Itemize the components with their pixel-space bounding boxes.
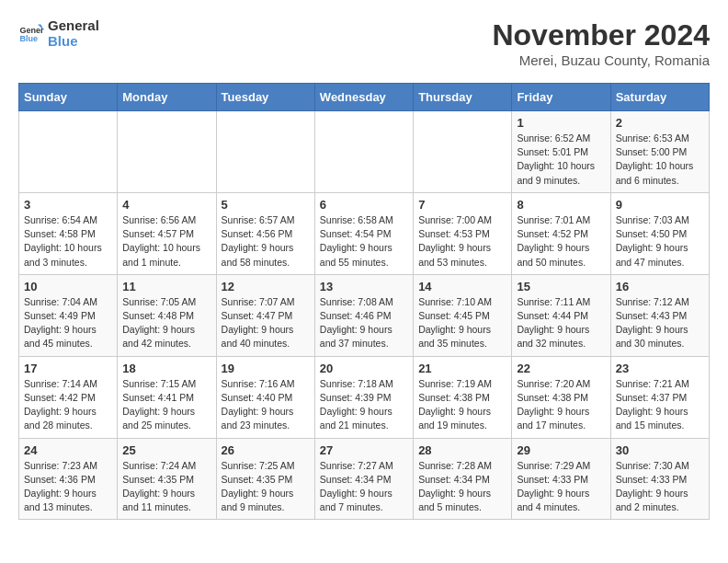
page-subtitle: Merei, Buzau County, Romania [492,52,710,68]
day-number: 25 [122,443,210,457]
day-info: Sunrise: 6:54 AM Sunset: 4:58 PM Dayligh… [24,213,112,270]
calendar-cell: 7Sunrise: 7:00 AM Sunset: 4:53 PM Daylig… [414,192,512,274]
day-number: 16 [616,280,704,293]
calendar-cell [216,111,314,193]
calendar-cell: 19Sunrise: 7:16 AM Sunset: 4:40 PM Dayli… [216,356,314,438]
logo-general-text: General [48,18,99,34]
day-info: Sunrise: 6:56 AM Sunset: 4:57 PM Dayligh… [122,213,210,270]
page-title: November 2024 [492,18,710,52]
day-info: Sunrise: 7:01 AM Sunset: 4:52 PM Dayligh… [517,213,605,270]
calendar-cell: 29Sunrise: 7:29 AM Sunset: 4:33 PM Dayli… [512,438,610,520]
day-info: Sunrise: 7:04 AM Sunset: 4:49 PM Dayligh… [24,295,112,351]
calendar-cell: 24Sunrise: 7:23 AM Sunset: 4:36 PM Dayli… [19,438,118,520]
day-info: Sunrise: 7:05 AM Sunset: 4:48 PM Dayligh… [122,295,210,351]
day-number: 21 [418,362,506,375]
day-number: 15 [517,280,605,293]
day-number: 8 [517,198,605,212]
svg-text:Blue: Blue [19,34,38,43]
calendar-cell: 3Sunrise: 6:54 AM Sunset: 4:58 PM Daylig… [19,192,118,274]
calendar-cell: 15Sunrise: 7:11 AM Sunset: 4:44 PM Dayli… [512,274,610,356]
calendar-cell: 25Sunrise: 7:24 AM Sunset: 4:35 PM Dayli… [118,438,216,520]
day-info: Sunrise: 6:58 AM Sunset: 4:54 PM Dayligh… [320,213,408,270]
logo: General Blue General Blue [18,18,99,49]
day-info: Sunrise: 7:27 AM Sunset: 4:34 PM Dayligh… [320,459,408,515]
day-number: 27 [320,443,408,457]
calendar-cell: 1Sunrise: 6:52 AM Sunset: 5:01 PM Daylig… [512,111,610,193]
calendar-cell: 18Sunrise: 7:15 AM Sunset: 4:41 PM Dayli… [118,356,216,438]
calendar-cell: 27Sunrise: 7:27 AM Sunset: 4:34 PM Dayli… [314,438,413,520]
calendar-cell [314,111,413,193]
day-number: 7 [418,198,506,212]
weekday-header-wednesday: Wednesday [314,84,413,111]
day-info: Sunrise: 7:07 AM Sunset: 4:47 PM Dayligh… [222,295,310,351]
day-info: Sunrise: 7:29 AM Sunset: 4:33 PM Dayligh… [517,459,605,515]
day-info: Sunrise: 6:52 AM Sunset: 5:01 PM Dayligh… [517,132,605,188]
calendar-cell: 16Sunrise: 7:12 AM Sunset: 4:43 PM Dayli… [610,274,709,356]
calendar-cell: 28Sunrise: 7:28 AM Sunset: 4:34 PM Dayli… [414,438,512,520]
day-number: 10 [24,280,112,293]
day-number: 3 [24,198,112,212]
day-info: Sunrise: 6:53 AM Sunset: 5:00 PM Dayligh… [616,132,704,188]
weekday-header-row: SundayMondayTuesdayWednesdayThursdayFrid… [19,84,710,111]
day-info: Sunrise: 7:24 AM Sunset: 4:35 PM Dayligh… [122,459,210,515]
day-number: 19 [222,362,310,375]
calendar-week-row: 3Sunrise: 6:54 AM Sunset: 4:58 PM Daylig… [19,192,710,274]
calendar-cell: 26Sunrise: 7:25 AM Sunset: 4:35 PM Dayli… [216,438,314,520]
day-info: Sunrise: 7:11 AM Sunset: 4:44 PM Dayligh… [517,295,605,351]
day-number: 12 [222,280,310,293]
day-info: Sunrise: 7:28 AM Sunset: 4:34 PM Dayligh… [418,459,506,515]
day-info: Sunrise: 7:16 AM Sunset: 4:40 PM Dayligh… [222,377,310,433]
day-number: 6 [320,198,408,212]
weekday-header-tuesday: Tuesday [216,84,314,111]
calendar-cell: 8Sunrise: 7:01 AM Sunset: 4:52 PM Daylig… [512,192,610,274]
calendar-cell: 10Sunrise: 7:04 AM Sunset: 4:49 PM Dayli… [19,274,118,356]
day-info: Sunrise: 7:19 AM Sunset: 4:38 PM Dayligh… [418,377,506,433]
day-number: 4 [122,198,210,212]
calendar-cell: 12Sunrise: 7:07 AM Sunset: 4:47 PM Dayli… [216,274,314,356]
day-number: 26 [222,443,310,457]
calendar-cell: 21Sunrise: 7:19 AM Sunset: 4:38 PM Dayli… [414,356,512,438]
day-number: 22 [517,362,605,375]
day-info: Sunrise: 7:15 AM Sunset: 4:41 PM Dayligh… [122,377,210,433]
day-number: 23 [616,362,704,375]
calendar-cell: 9Sunrise: 7:03 AM Sunset: 4:50 PM Daylig… [610,192,709,274]
calendar-cell: 20Sunrise: 7:18 AM Sunset: 4:39 PM Dayli… [314,356,413,438]
logo-icon: General Blue [18,21,44,47]
weekday-header-saturday: Saturday [610,84,709,111]
calendar-cell: 23Sunrise: 7:21 AM Sunset: 4:37 PM Dayli… [610,356,709,438]
calendar-week-row: 1Sunrise: 6:52 AM Sunset: 5:01 PM Daylig… [19,111,710,193]
title-block: November 2024 Merei, Buzau County, Roman… [492,18,710,68]
calendar-cell: 4Sunrise: 6:56 AM Sunset: 4:57 PM Daylig… [118,192,216,274]
day-number: 9 [616,198,704,212]
calendar-cell: 17Sunrise: 7:14 AM Sunset: 4:42 PM Dayli… [19,356,118,438]
day-info: Sunrise: 7:30 AM Sunset: 4:33 PM Dayligh… [616,459,704,515]
day-number: 11 [122,280,210,293]
day-number: 17 [24,362,112,375]
calendar-cell: 13Sunrise: 7:08 AM Sunset: 4:46 PM Dayli… [314,274,413,356]
day-number: 5 [222,198,310,212]
calendar-week-row: 10Sunrise: 7:04 AM Sunset: 4:49 PM Dayli… [19,274,710,356]
day-info: Sunrise: 7:00 AM Sunset: 4:53 PM Dayligh… [418,213,506,270]
calendar-cell: 6Sunrise: 6:58 AM Sunset: 4:54 PM Daylig… [314,192,413,274]
calendar-cell: 22Sunrise: 7:20 AM Sunset: 4:38 PM Dayli… [512,356,610,438]
calendar-cell: 11Sunrise: 7:05 AM Sunset: 4:48 PM Dayli… [118,274,216,356]
day-number: 30 [616,443,704,457]
day-number: 13 [320,280,408,293]
day-number: 18 [122,362,210,375]
calendar-week-row: 24Sunrise: 7:23 AM Sunset: 4:36 PM Dayli… [19,438,710,520]
day-number: 14 [418,280,506,293]
weekday-header-friday: Friday [512,84,610,111]
day-number: 29 [517,443,605,457]
day-info: Sunrise: 7:21 AM Sunset: 4:37 PM Dayligh… [616,377,704,433]
calendar-cell [19,111,118,193]
calendar-cell: 30Sunrise: 7:30 AM Sunset: 4:33 PM Dayli… [610,438,709,520]
calendar-week-row: 17Sunrise: 7:14 AM Sunset: 4:42 PM Dayli… [19,356,710,438]
day-info: Sunrise: 7:10 AM Sunset: 4:45 PM Dayligh… [418,295,506,351]
weekday-header-sunday: Sunday [19,84,118,111]
day-info: Sunrise: 7:18 AM Sunset: 4:39 PM Dayligh… [320,377,408,433]
day-number: 2 [616,116,704,130]
day-number: 20 [320,362,408,375]
weekday-header-monday: Monday [118,84,216,111]
day-info: Sunrise: 7:23 AM Sunset: 4:36 PM Dayligh… [24,459,112,515]
calendar-cell: 2Sunrise: 6:53 AM Sunset: 5:00 PM Daylig… [610,111,709,193]
